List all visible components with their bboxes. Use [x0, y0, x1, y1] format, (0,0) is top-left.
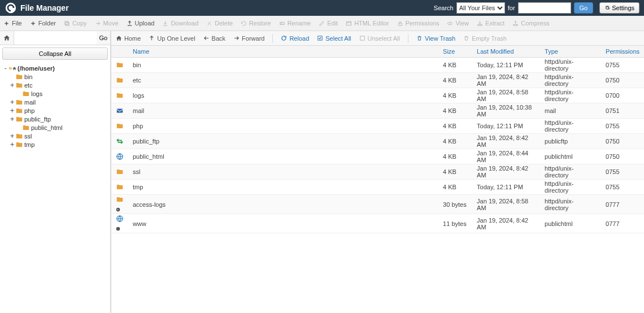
- cell-type: publicftp: [540, 134, 601, 149]
- path-go-button[interactable]: Go: [97, 31, 110, 45]
- file-icon: [111, 195, 128, 214]
- table-row[interactable]: www11 bytesJan 19, 2024, 8:42 AMpublicht…: [111, 214, 644, 233]
- extract-icon: [477, 20, 483, 27]
- nav-forward[interactable]: Forward: [233, 35, 264, 42]
- cell-size: 4 KB: [438, 180, 472, 195]
- tree-node[interactable]: -(/home/user): [1, 64, 109, 72]
- cell-type: mail: [540, 103, 601, 119]
- toolbar-rename: Rename: [279, 20, 311, 27]
- toolbar-compress: Compress: [512, 20, 549, 27]
- cell-size: 30 bytes: [438, 195, 472, 214]
- app-header: File Manager Search All Your Files for G…: [0, 0, 644, 16]
- file-icon: [111, 88, 128, 103]
- cell-modified: Today, 12:11 PM: [472, 58, 540, 73]
- tree-node[interactable]: +tmp: [1, 140, 109, 149]
- nav-reload[interactable]: Reload: [281, 35, 309, 42]
- table-row[interactable]: public_html4 KBJan 19, 2024, 8:44 AMpubl…: [111, 149, 644, 164]
- nav-back[interactable]: Back: [203, 35, 225, 42]
- table-row[interactable]: access-logs30 bytesJan 19, 2024, 8:58 AM…: [111, 195, 644, 214]
- tree-node[interactable]: +ssl: [1, 132, 109, 140]
- svg-point-6: [450, 23, 451, 24]
- file-icon: [111, 73, 128, 88]
- tree-toggle[interactable]: -: [2, 65, 8, 72]
- cell-size: 4 KB: [438, 149, 472, 164]
- cell-name: access-logs: [128, 195, 438, 214]
- tree-toggle[interactable]: +: [9, 141, 15, 148]
- table-row[interactable]: public_ftp4 KBJan 19, 2024, 8:42 AMpubli…: [111, 134, 644, 149]
- settings-button[interactable]: Settings: [599, 2, 639, 14]
- compress-icon: [512, 20, 519, 27]
- folder-icon: [15, 141, 23, 149]
- tree-label: (/home/user): [18, 65, 55, 72]
- table-row[interactable]: etc4 KBJan 19, 2024, 8:42 AMhttpd/unix-d…: [111, 73, 644, 88]
- tree-node[interactable]: logs: [1, 89, 109, 98]
- gear-icon: [604, 5, 610, 11]
- tree-label: etc: [24, 82, 33, 89]
- nav-viewtrash[interactable]: View Trash: [416, 35, 455, 42]
- tree-node[interactable]: +etc: [1, 81, 109, 89]
- cell-name: bin: [128, 58, 438, 73]
- file-icon: [111, 103, 128, 119]
- cell-type: publichtml: [540, 214, 601, 233]
- folder-tree: -(/home/user)bin+etclogs+mail+php+public…: [0, 62, 110, 313]
- nav-uponelevel[interactable]: Up One Level: [149, 35, 195, 42]
- col-type[interactable]: Type: [540, 46, 601, 58]
- toolbar-folder[interactable]: Folder: [30, 20, 56, 27]
- upload-icon: [127, 20, 133, 27]
- svg-rect-9: [117, 109, 123, 113]
- tree-node[interactable]: bin: [1, 72, 109, 81]
- col-modified[interactable]: Last Modified: [472, 46, 540, 58]
- table-row[interactable]: mail4 KBJan 19, 2024, 10:38 AMmail0751: [111, 103, 644, 119]
- tree-toggle[interactable]: +: [9, 99, 15, 106]
- cell-name: www: [128, 214, 438, 233]
- nav-selectall[interactable]: Select All: [317, 35, 351, 42]
- file-table-wrap: Name Size Last Modified Type Permissions…: [111, 46, 644, 313]
- table-row[interactable]: bin4 KBToday, 12:11 PMhttpd/unix-directo…: [111, 58, 644, 73]
- col-icon[interactable]: [111, 46, 128, 58]
- cell-size: 11 bytes: [438, 214, 472, 233]
- header-search: Search All Your Files for Go Settings: [434, 2, 639, 14]
- tree-node[interactable]: public_html: [1, 123, 109, 132]
- search-input[interactable]: [518, 2, 571, 14]
- for-label: for: [508, 5, 515, 11]
- table-row[interactable]: php4 KBToday, 12:11 PMhttpd/unix-directo…: [111, 119, 644, 134]
- tree-toggle[interactable]: +: [9, 133, 15, 140]
- file-table: Name Size Last Modified Type Permissions…: [111, 46, 644, 233]
- svg-rect-4: [398, 23, 402, 25]
- nav-home[interactable]: Home: [116, 35, 141, 42]
- search-scope-select[interactable]: All Your Files: [456, 2, 505, 14]
- toolbar-permissions: Permissions: [397, 20, 440, 27]
- file-icon: [111, 119, 128, 134]
- col-name[interactable]: Name: [128, 46, 438, 58]
- table-row[interactable]: ssl4 KBJan 19, 2024, 8:42 AMhttpd/unix-d…: [111, 164, 644, 180]
- file-icon: [111, 164, 128, 180]
- file-icon: [111, 58, 128, 73]
- cell-modified: Jan 19, 2024, 10:38 AM: [472, 103, 540, 119]
- collapse-all-button[interactable]: Collapse All: [2, 47, 108, 60]
- tree-node[interactable]: +mail: [1, 98, 109, 106]
- tree-toggle[interactable]: +: [9, 116, 15, 123]
- path-nav: Go: [0, 31, 110, 45]
- tree-toggle[interactable]: +: [9, 82, 15, 89]
- tree-node[interactable]: +public_ftp: [1, 115, 109, 123]
- tree-toggle[interactable]: +: [9, 107, 15, 114]
- folder-icon: [15, 132, 23, 140]
- svg-rect-3: [347, 21, 351, 25]
- svg-rect-2: [280, 22, 284, 24]
- path-input[interactable]: [14, 31, 97, 45]
- table-row[interactable]: logs4 KBJan 19, 2024, 8:58 AMhttpd/unix-…: [111, 88, 644, 103]
- search-go-button[interactable]: Go: [574, 2, 594, 14]
- cell-modified: Jan 19, 2024, 8:58 AM: [472, 88, 540, 103]
- eye-icon: [447, 20, 453, 27]
- home-path-button[interactable]: [0, 31, 14, 45]
- cell-modified: Jan 19, 2024, 8:42 AM: [472, 73, 540, 88]
- nav-emptytrash: Empty Trash: [463, 35, 507, 42]
- toolbar-upload[interactable]: Upload: [127, 20, 155, 27]
- table-row[interactable]: tmp4 KBToday, 12:11 PMhttpd/unix-directo…: [111, 180, 644, 195]
- tree-node[interactable]: +php: [1, 106, 109, 115]
- tree-label: public_html: [31, 124, 63, 131]
- col-permissions[interactable]: Permissions: [601, 46, 644, 58]
- col-size[interactable]: Size: [438, 46, 472, 58]
- plus-icon: [3, 20, 10, 27]
- toolbar-file[interactable]: File: [3, 20, 22, 27]
